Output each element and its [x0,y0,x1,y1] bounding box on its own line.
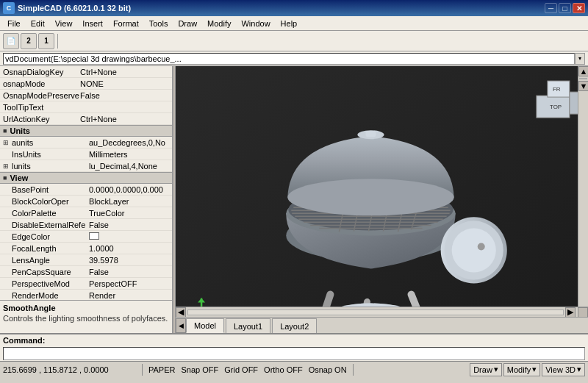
toolbar-num2[interactable]: 2 [21,33,37,49]
properties-panel: OsnapDialogKey Ctrl+None osnapMode NONE … [0,66,173,333]
view3d-dropdown-icon: ▾ [577,365,581,374]
prop-row-tooltiptext[interactable]: ToolTipText [0,101,172,113]
command-area: Command: [0,333,588,361]
view3d-label: View 3D [545,365,576,374]
menu-insert[interactable]: Insert [78,18,107,29]
description-area: SmoothAngle Controls the lighting smooth… [0,300,172,333]
status-coords: 215.6699 , 115.8712 , 0.0000 [3,365,139,374]
prop-row-blockcoloroper[interactable]: BlockColorOper BlockLayer [0,196,172,207]
prop-row-lunits[interactable]: ⊞ lunits lu_Decimal,4,None [0,160,172,172]
section-label-units: Units [10,126,30,135]
menu-bar: File Edit View Insert Format Tools Draw … [0,16,588,31]
command-label: Command: [0,334,588,346]
prop-row-osnapkey[interactable]: OsnapDialogKey Ctrl+None [0,66,172,78]
section-label-view: View [10,173,28,182]
minimize-button[interactable]: ─ [545,3,557,13]
svg-rect-28 [365,131,376,137]
main-area: OsnapDialogKey Ctrl+None osnapMode NONE … [0,66,588,333]
prop-row-colorpalette[interactable]: ColorPalette TrueColor [0,207,172,219]
section-header-units[interactable]: ■ Units [0,125,172,137]
tab-scroll-left[interactable]: ◀ [176,318,186,333]
prop-row-basepoint[interactable]: BasePoint 0.0000,0.0000,0.000 [0,184,172,196]
prop-row-urlactionkey[interactable]: UrlActionKey Ctrl+None [0,113,172,125]
section-header-view[interactable]: ■ View [0,172,172,184]
status-separator-1 [142,364,143,376]
svg-point-32 [478,243,485,250]
path-dropdown-button[interactable]: ▾ [575,53,585,65]
section-collapse-icon-view: ■ [3,174,7,182]
svg-text:TOP: TOP [550,104,562,110]
menu-window[interactable]: Window [237,18,274,29]
status-right: Draw ▾ Modify ▾ View 3D ▾ [470,363,585,376]
modify-dropdown-icon: ▾ [532,365,537,374]
status-grid[interactable]: Grid OFF [221,365,261,374]
menu-view[interactable]: View [51,18,77,29]
draw-label: Draw [473,365,492,374]
viewport-tabs: ◀ Model Layout1 Layout2 [176,317,588,333]
app-icon: C [3,2,15,14]
command-input-area [0,346,588,361]
path-input[interactable] [3,53,575,65]
modify-label: Modify [507,365,531,374]
menu-tools[interactable]: Tools [145,18,173,29]
svg-point-31 [452,228,496,272]
maximize-button[interactable]: □ [559,3,571,13]
prop-row-insunits[interactable]: InsUnits Millimeters [0,148,172,160]
draw-dropdown-icon: ▾ [494,365,498,374]
prop-row-osnapmode[interactable]: osnapMode NONE [0,78,172,90]
viewport-scrollbar-v[interactable]: ▲ ▼ [578,66,588,307]
prop-row-osnapmodepreserve[interactable]: OsnapModePreserve False [0,90,172,101]
window-title: SimpleCAD (6.6021.0.1 32 bit) [18,4,131,12]
svg-text:FR: FR [553,86,561,93]
status-separator-2 [353,364,354,376]
status-paper[interactable]: PAPER [146,365,178,374]
close-button[interactable]: ✕ [573,3,585,13]
prop-row-aunits[interactable]: ⊞ aunits au_Decdegrees,0,No [0,137,172,148]
description-text: Controls the lighting smoothness of poly… [3,314,169,323]
toolbar: 📄 2 1 [0,31,588,51]
menu-modify[interactable]: Modify [203,18,235,29]
command-input[interactable] [3,347,585,360]
bbq-scene: TOP FR [176,66,588,333]
prop-row-rendermode[interactable]: RenderMode Render [0,290,172,300]
prop-row-focallength[interactable]: FocalLength 1.0000 [0,243,172,254]
path-bar: ▾ [0,51,588,66]
prop-row-pencapssquare[interactable]: PenCapsSquare False [0,266,172,278]
expand-icon-aunits: ⊞ [3,139,12,146]
prop-row-disableextref[interactable]: DisableExternalRefe False [0,219,172,231]
tab-model[interactable]: Model [186,318,224,333]
prop-row-edgecolor[interactable]: EdgeColor [0,231,172,243]
properties-list: OsnapDialogKey Ctrl+None osnapMode NONE … [0,66,172,300]
tab-layout1[interactable]: Layout1 [226,318,270,333]
scroll-right-btn[interactable]: ▶ [565,307,576,318]
tab-layout2[interactable]: Layout2 [272,318,317,333]
svg-point-26 [287,179,453,215]
menu-format[interactable]: Format [109,18,143,29]
title-bar: C SimpleCAD (6.6021.0.1 32 bit) ─ □ ✕ [0,0,588,16]
draw-dropdown[interactable]: Draw ▾ [470,363,502,376]
viewport-scrollbar-h[interactable]: ◀ ▶ [176,307,588,317]
prop-row-perspectivemod[interactable]: PerspectiveMod PerspectOFF [0,278,172,290]
scroll-up-btn[interactable]: ▲ [578,66,588,76]
scroll-left-btn[interactable]: ◀ [176,307,186,318]
scroll-down-btn[interactable]: ▼ [578,81,588,91]
toolbar-separator [57,34,58,49]
menu-file[interactable]: File [3,18,25,29]
menu-edit[interactable]: Edit [26,18,49,29]
modify-dropdown[interactable]: Modify ▾ [503,363,540,376]
description-title: SmoothAngle [3,304,169,312]
status-osnap[interactable]: Osnap ON [306,365,350,374]
status-ortho[interactable]: Ortho OFF [261,365,306,374]
status-snap[interactable]: Snap OFF [178,365,221,374]
prop-row-lensangle[interactable]: LensAngle 39.5978 [0,254,172,266]
view3d-dropdown[interactable]: View 3D ▾ [542,363,585,376]
menu-help[interactable]: Help [276,18,302,29]
section-collapse-icon: ■ [3,127,7,135]
viewport-3d[interactable]: TOP FR ◀ ▶ ▲ ▼ ◀ [176,66,588,333]
menu-draw[interactable]: Draw [173,18,201,29]
expand-icon-lunits: ⊞ [3,162,12,170]
toolbar-num1[interactable]: 1 [38,33,54,49]
status-bar: 215.6699 , 115.8712 , 0.0000 PAPER Snap … [0,361,588,377]
edge-color-swatch [89,232,99,240]
toolbar-new[interactable]: 📄 [3,33,19,49]
